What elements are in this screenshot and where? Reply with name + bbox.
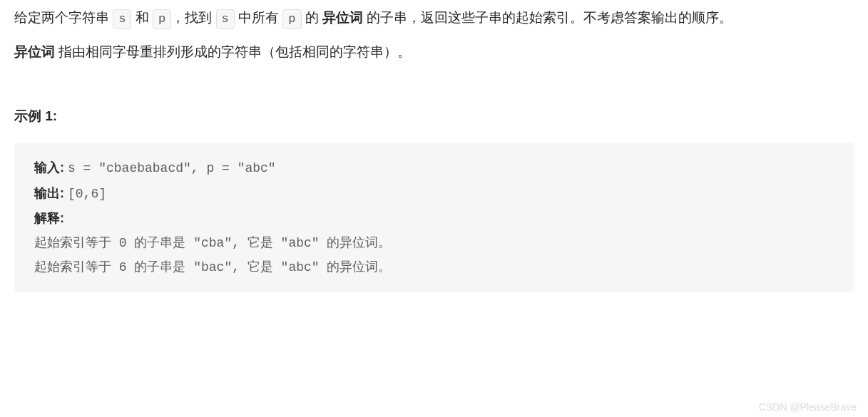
explain-line-2: 起始索引等于 6 的子串是 "bac", 它是 "abc" 的异位词。 — [34, 255, 834, 279]
description-paragraph-2: 异位词 指由相同字母重排列形成的字符串（包括相同的字符串）。 — [14, 40, 854, 64]
bold-anagram-def: 异位词 — [14, 44, 58, 59]
text-segment: ，找到 — [171, 10, 215, 25]
example-title: 示例 1: — [14, 107, 854, 125]
output-label: 输出: — [34, 186, 68, 200]
example-explain-label: 解释: — [34, 206, 834, 231]
bold-anagram: 异位词 — [322, 10, 363, 25]
description-paragraph-1: 给定两个字符串 s 和 p，找到 s 中所有 p 的 异位词 的子串，返回这些子… — [14, 6, 854, 30]
explain-line-1: 起始索引等于 0 的子串是 "cba", 它是 "abc" 的异位词。 — [34, 231, 834, 255]
example-input-line: 输入: s = "cbaebabacd", p = "abc" — [34, 155, 834, 180]
text-segment: 的子串，返回这些子串的起始索引。不考虑答案输出的顺序。 — [363, 10, 732, 25]
example-block: 输入: s = "cbaebabacd", p = "abc" 输出: [0,6… — [14, 143, 854, 292]
input-value: s = "cbaebabacd", p = "abc" — [68, 161, 276, 175]
explain-label: 解释: — [34, 211, 64, 225]
watermark: CSDN @PleaseBrave — [759, 401, 857, 413]
code-inline-s: s — [113, 9, 131, 29]
text-segment: 和 — [131, 10, 153, 25]
code-inline-s-2: s — [216, 9, 235, 29]
input-label: 输入: — [34, 160, 68, 175]
output-value: [0,6] — [68, 187, 106, 201]
problem-description: 给定两个字符串 s 和 p，找到 s 中所有 p 的 异位词 的子串，返回这些子… — [14, 6, 854, 64]
code-inline-p-2: p — [282, 9, 301, 29]
code-inline-p: p — [153, 9, 171, 29]
text-segment: 的 — [302, 10, 323, 25]
example-output-line: 输出: [0,6] — [34, 181, 834, 206]
text-segment: 给定两个字符串 — [14, 10, 113, 25]
text-segment: 指由相同字母重排列形成的字符串（包括相同的字符串）。 — [58, 44, 411, 59]
text-segment: 中所有 — [235, 10, 283, 25]
